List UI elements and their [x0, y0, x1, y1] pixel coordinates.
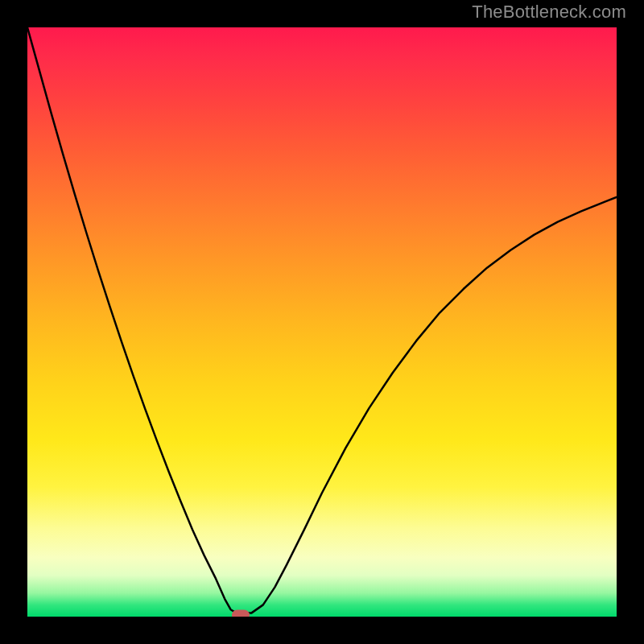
- curve-svg: [27, 27, 617, 617]
- bottleneck-curve: [27, 27, 617, 613]
- watermark-text: TheBottleneck.com: [472, 2, 626, 23]
- plot-area: [27, 27, 617, 617]
- optimal-point-marker: [232, 609, 250, 617]
- chart-frame: TheBottleneck.com: [0, 0, 644, 644]
